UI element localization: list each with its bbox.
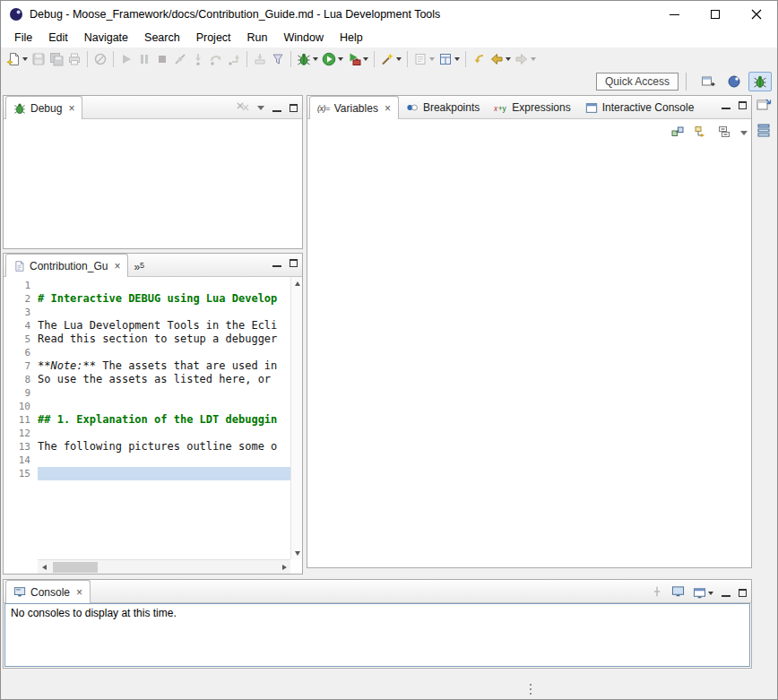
menu-help[interactable]: Help — [332, 29, 371, 47]
tab-variables[interactable]: (x)= Variables × — [309, 96, 399, 119]
editor-line[interactable]: 7**Note:** The assets that are used in — [4, 359, 290, 373]
print-button[interactable] — [65, 49, 83, 69]
dropdown-arrow-icon[interactable] — [313, 57, 318, 61]
dropdown-arrow-icon[interactable] — [708, 592, 713, 595]
maximize-view-button[interactable] — [290, 104, 298, 112]
scrollbar-thumb[interactable] — [53, 562, 98, 573]
tab-expressions[interactable]: x+y Expressions — [487, 97, 577, 118]
close-window-button[interactable] — [736, 1, 777, 28]
editor-line[interactable]: 11## 1. Explanation of the LDT debuggin — [4, 413, 290, 427]
outline-view-button[interactable] — [756, 123, 772, 142]
open-console-button[interactable] — [693, 587, 713, 600]
editor-line[interactable]: 5Read this section to setup a debugger — [4, 333, 290, 346]
close-tab-icon[interactable]: × — [76, 587, 82, 598]
editor-line[interactable]: 15 — [4, 467, 290, 480]
quick-access-button[interactable]: Quick Access — [596, 73, 679, 91]
editor-horizontal-scrollbar[interactable] — [38, 559, 290, 574]
dropdown-arrow-icon[interactable] — [363, 57, 368, 61]
suspend-button[interactable] — [135, 49, 153, 69]
dropdown-arrow-icon[interactable] — [396, 57, 402, 61]
new-wizard-button[interactable] — [4, 49, 30, 69]
dropdown-arrow-icon[interactable] — [454, 57, 460, 61]
editor-line[interactable]: 10 — [4, 400, 290, 413]
drop-to-frame-button[interactable] — [251, 49, 269, 69]
skip-all-breakpoints-button[interactable] — [91, 49, 109, 69]
editor-line[interactable]: 14 — [4, 454, 290, 467]
step-return-button[interactable] — [225, 49, 243, 69]
menu-search[interactable]: Search — [136, 29, 188, 47]
menu-navigate[interactable]: Navigate — [76, 29, 136, 47]
lua-perspective-button[interactable] — [722, 72, 746, 91]
show-logical-structures-button[interactable] — [694, 125, 708, 142]
editor-line[interactable]: 4The Lua Development Tools in the Ecli — [4, 319, 290, 333]
menu-file[interactable]: File — [6, 29, 40, 47]
dropdown-arrow-icon[interactable] — [338, 57, 343, 61]
save-all-button[interactable] — [48, 49, 65, 69]
minimize-view-button[interactable] — [722, 102, 730, 109]
tab-interactive-console[interactable]: Interactive Console — [578, 97, 702, 118]
run-button[interactable] — [320, 49, 345, 69]
dropdown-arrow-icon[interactable] — [22, 57, 28, 61]
scroll-right-button[interactable] — [278, 561, 290, 574]
collapse-all-button[interactable] — [717, 125, 731, 142]
scroll-up-button[interactable] — [291, 277, 302, 290]
console-content[interactable]: No consoles to display at this time. — [4, 603, 750, 667]
terminate-button[interactable] — [153, 49, 171, 69]
resume-button[interactable] — [117, 49, 135, 69]
close-tab-icon[interactable]: × — [114, 261, 120, 272]
restore-view-button[interactable] — [756, 97, 772, 116]
debug-perspective-button[interactable] — [748, 72, 772, 91]
back-button[interactable] — [488, 49, 513, 69]
last-edit-location-button[interactable] — [470, 49, 488, 69]
save-button[interactable] — [30, 49, 48, 69]
minimize-view-button[interactable] — [272, 260, 281, 267]
menu-project[interactable]: Project — [188, 29, 239, 47]
tab-contribution-guide[interactable]: Contribution_Gu × — [5, 254, 128, 277]
editor-vertical-scrollbar[interactable] — [290, 277, 302, 559]
wand-button[interactable] — [378, 49, 403, 69]
tab-console[interactable]: Console × — [5, 580, 91, 603]
editor-line[interactable]: 12 — [4, 427, 290, 440]
minimize-view-button[interactable] — [722, 590, 730, 597]
tab-debug[interactable]: Debug × — [5, 96, 82, 119]
remove-all-terminated-button[interactable] — [237, 101, 249, 115]
editor-lines[interactable]: 12# Interactive DEBUG using Lua Develop3… — [4, 279, 290, 559]
maximize-view-button[interactable] — [739, 589, 747, 597]
menu-window[interactable]: Window — [276, 29, 332, 47]
minimize-window-button[interactable] — [653, 1, 695, 28]
external-tools-button[interactable] — [345, 49, 370, 69]
maximize-view-button[interactable] — [290, 259, 298, 267]
editor-line[interactable]: 3 — [4, 306, 290, 319]
resize-grip-icon[interactable] — [530, 684, 532, 686]
open-element-button[interactable] — [411, 49, 437, 69]
maximize-view-button[interactable] — [739, 101, 747, 109]
disconnect-button[interactable] — [171, 49, 189, 69]
menu-run[interactable]: Run — [239, 29, 276, 47]
view-menu-icon[interactable] — [740, 131, 748, 135]
forward-button[interactable] — [513, 49, 538, 69]
display-selected-console-button[interactable] — [671, 585, 685, 601]
dropdown-arrow-icon[interactable] — [429, 57, 435, 61]
step-into-button[interactable] — [189, 49, 207, 69]
open-perspective-button[interactable] — [696, 72, 720, 91]
dropdown-arrow-icon[interactable] — [531, 57, 536, 61]
editor-overflow-button[interactable]: »5 — [128, 258, 150, 276]
view-menu-icon[interactable] — [257, 106, 264, 110]
menu-edit[interactable]: Edit — [40, 29, 76, 47]
editor-line[interactable]: 13The following pictures outline some o — [4, 440, 290, 454]
minimize-view-button[interactable] — [272, 105, 281, 112]
debug-view-content[interactable] — [4, 119, 302, 248]
scroll-left-button[interactable] — [38, 561, 50, 574]
pin-console-button[interactable] — [651, 585, 663, 601]
dropdown-arrow-icon[interactable] — [506, 57, 511, 61]
editor-line[interactable]: 1 — [4, 279, 290, 292]
step-over-button[interactable] — [207, 49, 225, 69]
editor-line[interactable]: 8So use the assets as listed here, or — [4, 373, 290, 386]
editor-body[interactable]: 12# Interactive DEBUG using Lua Develop3… — [4, 277, 302, 574]
debug-button[interactable] — [295, 49, 320, 69]
editor-line[interactable]: 2# Interactive DEBUG using Lua Develop — [4, 292, 290, 306]
use-step-filters-button[interactable] — [269, 49, 287, 69]
variables-view-content[interactable] — [307, 119, 751, 567]
close-tab-icon[interactable]: × — [385, 103, 391, 114]
view-grid-button[interactable] — [437, 49, 462, 69]
